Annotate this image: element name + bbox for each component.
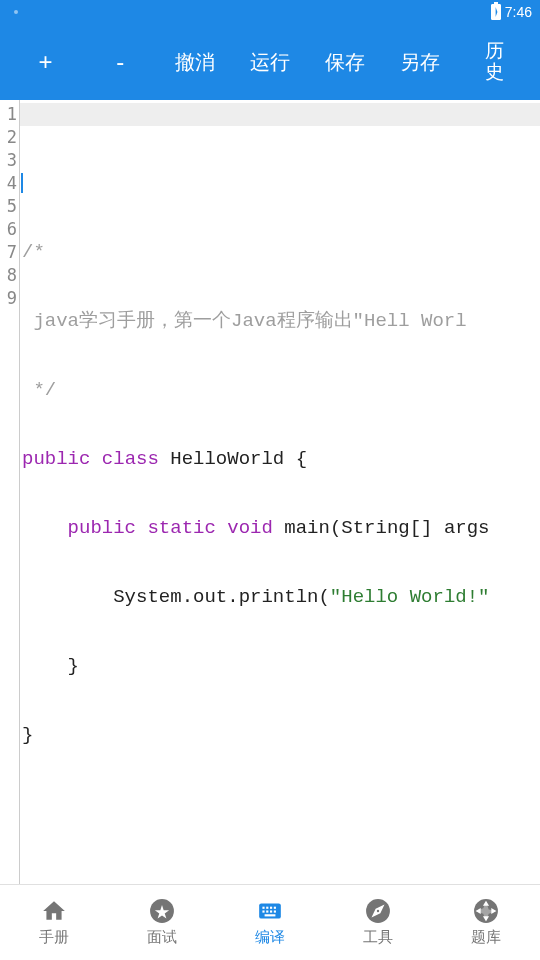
line-number: 8	[0, 264, 19, 287]
svg-rect-7	[266, 910, 268, 912]
star-icon	[149, 898, 175, 924]
code-text-area[interactable]: /* java学习手册，第一个Java程序输出"Hell Worl */ pub…	[20, 100, 540, 884]
svg-rect-10	[265, 914, 276, 916]
nav-interview[interactable]: 面试	[108, 898, 216, 947]
bottom-navigation: 手册 面试 编译 工具 题库	[0, 884, 540, 960]
line-number: 5	[0, 195, 19, 218]
editor-toolbar: + - 撤消 运行 保存 另存 历史	[0, 24, 540, 100]
svg-rect-9	[274, 910, 276, 912]
code-line: }	[20, 724, 540, 747]
line-number: 1	[0, 103, 19, 126]
code-line: java学习手册，第一个Java程序输出"Hell Worl	[20, 310, 540, 333]
battery-icon	[491, 4, 501, 20]
code-line: public static void main(String[] args	[20, 517, 540, 540]
signal-dot	[14, 10, 18, 14]
line-number: 3	[0, 149, 19, 172]
text-cursor	[21, 173, 23, 193]
svg-rect-2	[262, 907, 264, 909]
line-number: 9	[0, 287, 19, 310]
zoom-out-button[interactable]: -	[83, 40, 158, 84]
nav-label: 工具	[363, 928, 393, 947]
save-button[interactable]: 保存	[307, 41, 382, 84]
home-icon	[41, 898, 67, 924]
svg-point-11	[366, 899, 390, 923]
svg-rect-6	[262, 910, 264, 912]
status-bar: 7:46	[0, 0, 540, 24]
line-number: 2	[0, 126, 19, 149]
nav-questions[interactable]: 题库	[432, 898, 540, 947]
line-number: 4	[0, 172, 19, 195]
nav-tools[interactable]: 工具	[324, 898, 432, 947]
line-number: 6	[0, 218, 19, 241]
save-as-button[interactable]: 另存	[382, 41, 457, 84]
svg-rect-3	[266, 907, 268, 909]
code-line: public class HelloWorld {	[20, 448, 540, 471]
aperture-icon	[473, 898, 499, 924]
line-gutter: 1 2 3 4 5 6 7 8 9	[0, 100, 20, 884]
svg-rect-8	[270, 910, 272, 912]
code-line: System.out.println("Hello World!"	[20, 586, 540, 609]
code-line	[20, 172, 540, 195]
code-editor[interactable]: 1 2 3 4 5 6 7 8 9 /* java学习手册，第一个Java程序输…	[0, 100, 540, 884]
run-button[interactable]: 运行	[233, 41, 308, 84]
code-line: }	[20, 655, 540, 678]
current-line-highlight	[20, 103, 540, 126]
nav-label: 手册	[39, 928, 69, 947]
code-line: */	[20, 379, 540, 402]
undo-button[interactable]: 撤消	[158, 41, 233, 84]
nav-manual[interactable]: 手册	[0, 898, 108, 947]
zoom-in-button[interactable]: +	[8, 40, 83, 84]
code-line: /*	[20, 241, 540, 264]
line-number: 7	[0, 241, 19, 264]
nav-compile[interactable]: 编译	[216, 898, 324, 947]
keyboard-icon	[257, 898, 283, 924]
status-time: 7:46	[505, 4, 532, 20]
svg-rect-4	[270, 907, 272, 909]
nav-label: 面试	[147, 928, 177, 947]
nav-label: 编译	[255, 928, 285, 947]
history-button[interactable]: 历史	[457, 33, 532, 91]
svg-rect-5	[274, 907, 276, 909]
compass-icon	[365, 898, 391, 924]
nav-label: 题库	[471, 928, 501, 947]
